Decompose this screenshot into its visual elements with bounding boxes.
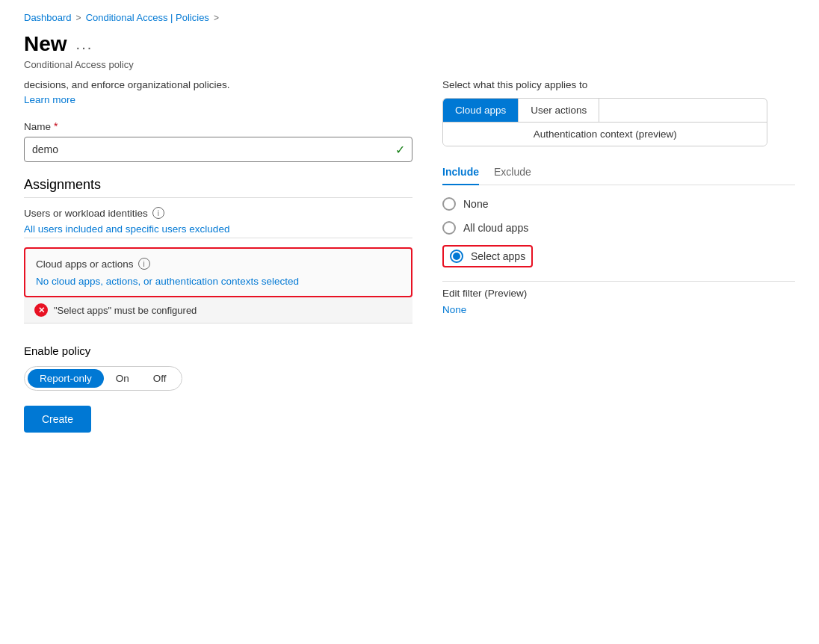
app-type-user-actions[interactable]: User actions <box>519 99 599 122</box>
radio-none-circle <box>442 197 456 211</box>
name-input[interactable] <box>24 137 412 162</box>
users-label: Users or workload identities i <box>24 207 412 219</box>
users-label-text: Users or workload identities <box>24 208 148 219</box>
breadcrumb-sep-1: > <box>76 13 81 23</box>
error-message: ✕ "Select apps" must be configured <box>24 297 412 323</box>
cloud-apps-error-text: No cloud apps, actions, or authenticatio… <box>36 276 401 287</box>
error-message-text: "Select apps" must be configured <box>54 305 197 316</box>
cloud-apps-info-icon[interactable]: i <box>138 258 150 270</box>
tabs: Include Exclude <box>442 160 795 185</box>
app-type-group: Cloud apps User actions Authentication c… <box>442 98 767 146</box>
breadcrumb: Dashboard > Conditional Access | Policie… <box>24 12 795 23</box>
edit-filter-label: Edit filter (Preview) <box>442 288 795 299</box>
right-column: Select what this policy applies to Cloud… <box>442 79 795 433</box>
cloud-apps-box[interactable]: Cloud apps or actions i No cloud apps, a… <box>24 247 412 297</box>
edit-filter-link[interactable]: None <box>442 304 466 315</box>
required-star: * <box>54 120 58 132</box>
title-row: New ... <box>24 32 795 56</box>
radio-none-label: None <box>463 198 488 210</box>
edit-filter-section: Edit filter (Preview) None <box>442 281 795 315</box>
enable-section: Enable policy Report-only On Off Create <box>24 344 412 433</box>
page-title: New <box>24 32 67 56</box>
breadcrumb-sep-2: > <box>214 13 219 23</box>
cloud-apps-title: Cloud apps or actions i <box>36 258 401 270</box>
users-link[interactable]: All users included and specific users ex… <box>24 223 412 238</box>
radio-all-circle <box>442 221 456 235</box>
error-circle-icon: ✕ <box>34 303 48 317</box>
radio-select-apps-wrapper: Select apps <box>442 245 795 267</box>
radio-select-apps-label: Select apps <box>471 250 525 262</box>
learn-more-link[interactable]: Learn more <box>24 94 75 105</box>
left-column: decisions, and enforce organizational po… <box>24 79 412 433</box>
toggle-group: Report-only On Off <box>24 366 182 391</box>
description-text: decisions, and enforce organizational po… <box>24 79 412 90</box>
select-apps-box[interactable]: Select apps <box>442 245 533 267</box>
enable-policy-title: Enable policy <box>24 344 412 357</box>
radio-select-apps-circle <box>450 250 463 263</box>
toggle-off[interactable]: Off <box>141 369 179 388</box>
toggle-on[interactable]: On <box>104 369 141 388</box>
cloud-apps-label-text: Cloud apps or actions <box>36 258 134 270</box>
breadcrumb-dashboard[interactable]: Dashboard <box>24 12 72 23</box>
create-button[interactable]: Create <box>24 406 91 433</box>
assignments-title: Assignments <box>24 177 412 198</box>
radio-all-cloud-apps[interactable]: All cloud apps <box>442 221 795 235</box>
policy-applies-label: Select what this policy applies to <box>442 79 795 90</box>
radio-all-label: All cloud apps <box>463 222 528 234</box>
page-container: Dashboard > Conditional Access | Policie… <box>0 0 819 445</box>
main-layout: decisions, and enforce organizational po… <box>24 79 795 433</box>
toggle-report-only[interactable]: Report-only <box>28 369 104 388</box>
radio-select-apps-inner <box>453 253 460 260</box>
radio-none[interactable]: None <box>442 197 795 211</box>
name-input-wrapper: ✓ <box>24 137 412 162</box>
breadcrumb-policies[interactable]: Conditional Access | Policies <box>86 12 209 23</box>
ellipsis-button[interactable]: ... <box>76 36 93 53</box>
check-icon: ✓ <box>395 143 405 157</box>
name-label-row: Name * <box>24 120 412 132</box>
users-info-icon[interactable]: i <box>152 207 164 219</box>
page-subtitle: Conditional Access policy <box>24 59 795 70</box>
app-type-auth-context[interactable]: Authentication context (preview) <box>443 123 767 146</box>
app-type-cloud-apps[interactable]: Cloud apps <box>443 99 519 122</box>
radio-select-apps[interactable]: Select apps <box>450 250 525 263</box>
tab-exclude[interactable]: Exclude <box>494 160 531 185</box>
tab-include[interactable]: Include <box>442 160 479 185</box>
name-label: Name <box>24 121 51 132</box>
